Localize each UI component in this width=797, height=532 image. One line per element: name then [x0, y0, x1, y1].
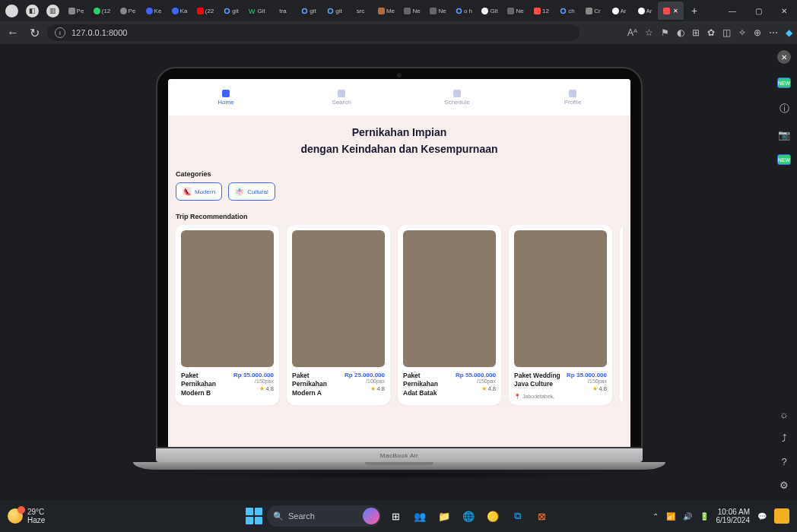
browser-tab[interactable]: git — [296, 2, 322, 20]
browser-tab[interactable]: Ne — [503, 2, 529, 20]
tray-battery-icon[interactable]: 🔋 — [700, 512, 709, 521]
browser-tab[interactable]: o h — [451, 2, 477, 20]
collections-icon[interactable]: ▥ — [46, 5, 59, 17]
split-screen-icon[interactable]: ◫ — [722, 27, 731, 38]
workspaces-icon[interactable]: ◧ — [26, 5, 39, 17]
extension-icon[interactable]: ⚑ — [661, 27, 669, 38]
browser-tab[interactable]: (22 — [192, 2, 218, 20]
extension-icon[interactable]: ✿ — [707, 27, 715, 38]
sidebar-share-icon[interactable]: ⤴ — [782, 432, 787, 444]
hero-section: Pernikahan Impian dengan Keindahan dan K… — [168, 116, 630, 166]
collections-icon[interactable]: ⊕ — [754, 27, 761, 38]
category-chip-cultural[interactable]: 👘 Cultural — [228, 182, 275, 201]
nav-home[interactable]: Home — [168, 79, 284, 116]
star-icon: ★ — [259, 385, 265, 392]
browser-tab[interactable]: Ka — [167, 2, 192, 20]
reload-button[interactable]: ↻ — [26, 24, 43, 41]
card-pax: /150pax — [456, 378, 496, 384]
back-button[interactable]: ← — [5, 24, 21, 41]
close-tab-icon[interactable]: ✕ — [673, 8, 678, 14]
taskbar-clock[interactable]: 10:06 AM 6/19/2024 — [716, 508, 751, 524]
tray-app-icon[interactable] — [774, 508, 789, 524]
sidebar-brightness-icon[interactable]: ☼ — [780, 409, 789, 420]
read-aloud-icon[interactable]: Aᴬ — [627, 27, 637, 38]
browser-tab[interactable]: Pe — [63, 2, 89, 20]
tray-notification-icon[interactable]: 💬 — [757, 512, 767, 521]
browser-tab[interactable]: Ar — [606, 2, 632, 20]
window-maximize-button[interactable]: ▢ — [745, 0, 771, 21]
window-minimize-button[interactable]: — — [719, 0, 745, 21]
new-tab-button[interactable]: + — [687, 5, 702, 17]
app-bottom-nav: Home Search Schedule Profile — [168, 79, 630, 116]
browser-tab-active[interactable]: ✕ — [658, 2, 684, 20]
browser-tab[interactable]: 12 — [529, 2, 554, 20]
package-card[interactable]: Paket Pernikahan Modern B Rp 35.000.000 … — [176, 225, 279, 405]
taskbar-app-edge[interactable]: 🌐 — [459, 506, 478, 526]
clock-date: 6/19/2024 — [716, 516, 751, 524]
browser-tab[interactable]: src — [348, 2, 373, 20]
browser-tab[interactable]: Pe — [115, 2, 141, 20]
card-scroller[interactable]: Paket Pernikahan Modern B Rp 35.000.000 … — [176, 225, 623, 405]
browser-tab[interactable]: tra — [270, 2, 296, 20]
taskbar-app-teams[interactable]: 👥 — [410, 506, 430, 526]
start-button[interactable] — [246, 508, 262, 524]
extension-icon[interactable]: ⊞ — [692, 27, 700, 38]
favorite-star-icon[interactable]: ☆ — [645, 27, 653, 38]
taskbar-app-xampp[interactable]: ⊠ — [532, 506, 551, 526]
url-text: 127.0.0.1:8000 — [71, 28, 127, 37]
browser-tab[interactable]: WGit — [244, 2, 270, 20]
taskbar-search[interactable]: 🔍 Search — [267, 505, 381, 527]
category-chip-modern[interactable]: 👠 Modern — [176, 182, 222, 201]
card-image — [292, 230, 385, 367]
browser-tab[interactable]: (12 — [89, 2, 115, 20]
window-close-button[interactable]: ✕ — [771, 0, 797, 21]
browser-tab[interactable]: Ar — [632, 2, 658, 20]
menu-icon[interactable]: ⋯ — [769, 27, 778, 38]
taskbar-weather[interactable]: 29°C Haze — [8, 508, 45, 524]
package-card[interactable]: Paket Pernikahan Adat Batak Rp 55.000.00… — [398, 225, 501, 405]
browser-tab[interactable]: Git — [477, 2, 503, 20]
taskbar-app-vscode[interactable]: ⧉ — [507, 506, 527, 526]
package-card[interactable]: Paket Pernikahan Modern A Rp 25.000.000 … — [287, 225, 390, 405]
close-page-button[interactable]: ✕ — [777, 50, 791, 64]
extension-icon[interactable]: ◐ — [677, 27, 684, 38]
user-icon — [569, 90, 576, 97]
sidebar-new-badge[interactable]: NEW — [777, 154, 791, 165]
browser-tab[interactable]: Ne — [425, 2, 451, 20]
browser-tab[interactable]: git — [322, 2, 348, 20]
nav-label: Profile — [564, 99, 582, 106]
browser-tab[interactable]: ch — [554, 2, 580, 20]
browser-tab[interactable]: git — [218, 2, 244, 20]
taskbar-app-taskview[interactable]: ⊞ — [386, 506, 405, 526]
svg-rect-11 — [404, 8, 411, 14]
star-icon: ★ — [370, 385, 376, 392]
star-icon: ★ — [592, 385, 598, 392]
sidebar-camera-icon[interactable]: 📷 — [778, 129, 790, 141]
calendar-icon — [453, 90, 461, 97]
sidebar-help-icon[interactable]: ? — [781, 456, 786, 467]
copilot-icon[interactable]: ◆ — [786, 27, 792, 38]
taskbar-app-explorer[interactable]: 📁 — [434, 506, 454, 526]
sidebar-settings-icon[interactable]: ⚙ — [780, 480, 789, 491]
site-info-icon[interactable]: i — [55, 27, 65, 38]
taskbar-app-chrome[interactable]: 🟡 — [483, 506, 503, 526]
browser-tab[interactable]: Me — [373, 2, 399, 20]
url-input[interactable]: i 127.0.0.1:8000 — [47, 24, 579, 41]
sidebar-new-badge[interactable]: NEW — [777, 78, 791, 88]
tray-volume-icon[interactable]: 🔊 — [683, 512, 692, 521]
sidebar-info-icon[interactable]: ⓘ — [780, 102, 789, 116]
package-card[interactable]: Pak Cult — [620, 225, 623, 405]
tray-chevron-icon[interactable]: ⌃ — [653, 512, 659, 521]
nav-profile[interactable]: Profile — [515, 79, 630, 116]
profile-avatar-icon[interactable] — [5, 5, 18, 17]
browser-tab[interactable]: Cr — [580, 2, 606, 20]
laptop-mockup: Home Search Schedule Profile — [156, 67, 643, 479]
tray-wifi-icon[interactable]: 📶 — [666, 512, 675, 521]
package-card[interactable]: Paket Wedding Java Culture Rp 35.000.000… — [509, 225, 612, 405]
nav-search[interactable]: Search — [284, 79, 399, 116]
browser-tab[interactable]: Ke — [141, 2, 167, 20]
browser-tab[interactable]: Ne — [399, 2, 425, 20]
favorites-icon[interactable]: ✧ — [738, 27, 746, 38]
svg-point-6 — [225, 8, 230, 13]
nav-schedule[interactable]: Schedule — [399, 79, 515, 116]
